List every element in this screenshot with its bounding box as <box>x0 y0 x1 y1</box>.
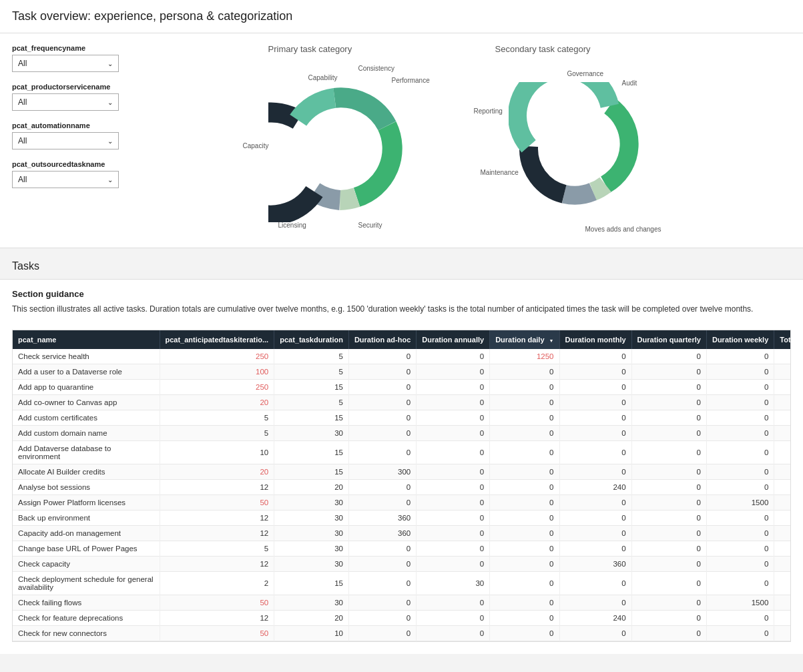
table-cell: 0 <box>559 380 631 395</box>
table-cell: 0 <box>490 541 559 557</box>
table-row: Add custom domain name5300000000 <box>13 426 791 441</box>
table-cell: 0 <box>348 595 416 611</box>
table-cell: 1 <box>774 572 791 595</box>
table-row: Add a user to a Dataverse role1005000000… <box>13 364 791 380</box>
table-cell: 0 <box>631 511 706 526</box>
table-row: Back up environment1230360000006 <box>13 511 791 526</box>
table-cell: 0 <box>559 395 631 410</box>
table-container: pcat_name pcat_anticipatedtaskiteratio..… <box>12 330 791 642</box>
table-cell: 0 <box>559 495 631 511</box>
filter-label-automation: pcat_automationname <box>12 121 146 129</box>
table-cell: 250 <box>160 380 274 395</box>
table-cell: 0 <box>348 364 416 380</box>
primary-chart-donut: Performance Consistency Capability Capac… <box>242 62 442 236</box>
table-cell: 4 <box>774 480 791 495</box>
table-row: Capacity add-on management1230360000006 <box>13 526 791 541</box>
table-cell: 0 <box>417 626 490 641</box>
table-cell: 30 <box>274 557 349 572</box>
table-row: Add custom certificates5150000000 <box>13 410 791 426</box>
table-cell: 0 <box>348 626 416 641</box>
table-row: Check service health250500125000021 <box>13 349 791 364</box>
table-cell: 12 <box>160 611 274 626</box>
svg-point-0 <box>307 114 376 184</box>
table-cell: 360 <box>559 557 631 572</box>
table-cell: 5 <box>274 349 349 364</box>
th-annually[interactable]: Duration annually <box>417 330 490 349</box>
table-body: Check service health250500125000021Add a… <box>13 349 791 641</box>
table-cell: 0 <box>348 410 416 426</box>
filter-select-frequency[interactable]: All ⌄ <box>12 55 119 72</box>
table-cell: 0 <box>559 364 631 380</box>
filter-select-automation[interactable]: All ⌄ <box>12 132 119 149</box>
filter-group-product: pcat_productorservicename All ⌄ <box>12 83 146 111</box>
table-cell: 0 <box>706 426 774 441</box>
table-cell: 0 <box>490 611 559 626</box>
filter-group-frequency: pcat_frequencyname All ⌄ <box>12 44 146 72</box>
table-cell: 0 <box>417 495 490 511</box>
table-cell: 0 <box>631 526 706 541</box>
label-security: Security <box>358 222 382 229</box>
label-audit: Audit <box>622 79 637 87</box>
table-cell: 12 <box>160 511 274 526</box>
table-cell: 0 <box>417 611 490 626</box>
label-maintenance: Maintenance <box>481 169 519 176</box>
th-quarterly[interactable]: Duration quarterly <box>631 330 706 349</box>
th-daily[interactable]: Duration daily ▼ <box>490 330 559 349</box>
table-cell: 63 <box>774 380 791 395</box>
guidance-text: This section illustrates all active task… <box>12 303 791 315</box>
table-cell: 6 <box>774 511 791 526</box>
table-cell: 0 <box>348 380 416 395</box>
table-cell: 0 <box>348 349 416 364</box>
th-duration[interactable]: pcat_taskduration <box>274 330 349 349</box>
filter-group-outsourced: pcat_outsourcedtaskname All ⌄ <box>12 160 146 188</box>
table-cell: 0 <box>631 441 706 464</box>
table-cell: Capacity add-on management <box>13 526 160 541</box>
table-cell: Add Dataverse database to environment <box>13 441 160 464</box>
table-cell: 0 <box>348 572 416 595</box>
table-cell: 0 <box>631 395 706 410</box>
table-cell: 0 <box>631 611 706 626</box>
table-cell: 8 <box>774 364 791 380</box>
page-title-bar: Task overview: experience, persona & cat… <box>0 0 803 33</box>
table-cell: 0 <box>490 410 559 426</box>
table-row: Check for new connectors50100000008 <box>13 626 791 641</box>
table-row: Check failing flows503000000150025 <box>13 595 791 611</box>
table-cell: 0 <box>490 557 559 572</box>
table-cell: 0 <box>348 480 416 495</box>
table-row: Check deployment schedule for general av… <box>13 572 791 595</box>
th-pcat-name[interactable]: pcat_name <box>13 330 160 349</box>
th-monthly[interactable]: Duration monthly <box>559 330 631 349</box>
chevron-down-icon: ⌄ <box>107 60 113 67</box>
table-cell: 0 <box>417 380 490 395</box>
table-cell: 50 <box>160 626 274 641</box>
table-cell: 0 <box>490 441 559 464</box>
filters-panel: pcat_frequencyname All ⌄ pcat_productors… <box>12 44 146 236</box>
table-cell: 0 <box>559 511 631 526</box>
label-capability: Capability <box>308 74 338 81</box>
th-weekly[interactable]: Duration weekly <box>706 330 774 349</box>
table-cell: 30 <box>417 572 490 595</box>
filter-value-outsourced: All <box>18 175 27 184</box>
table-cell: 10 <box>274 626 349 641</box>
section-guidance: Section guidance This section illustrate… <box>0 280 803 322</box>
table-cell: 30 <box>274 426 349 441</box>
table-cell: 0 <box>417 441 490 464</box>
table-cell: 0 <box>559 541 631 557</box>
filter-select-outsourced[interactable]: All ⌄ <box>12 171 119 188</box>
filter-label-outsourced: pcat_outsourcedtaskname <box>12 160 146 168</box>
table-cell: 0 <box>559 441 631 464</box>
th-total[interactable]: Total hours <box>774 330 791 349</box>
table-cell: 360 <box>348 511 416 526</box>
table-cell: 0 <box>559 572 631 595</box>
table-cell: 0 <box>490 380 559 395</box>
th-adhoc[interactable]: Duration ad-hoc <box>348 330 416 349</box>
table-cell: 5 <box>160 426 274 441</box>
table-cell: 0 <box>706 557 774 572</box>
th-iterations[interactable]: pcat_anticipatedtaskiteratio... <box>160 330 274 349</box>
label-capacity: Capacity <box>243 142 269 149</box>
table-cell: 30 <box>274 595 349 611</box>
secondary-chart-donut: Audit Governance Reporting Maintenance M… <box>469 62 696 236</box>
table-cell: 0 <box>706 480 774 495</box>
filter-select-product[interactable]: All ⌄ <box>12 93 119 111</box>
table-cell: 0 <box>559 349 631 364</box>
